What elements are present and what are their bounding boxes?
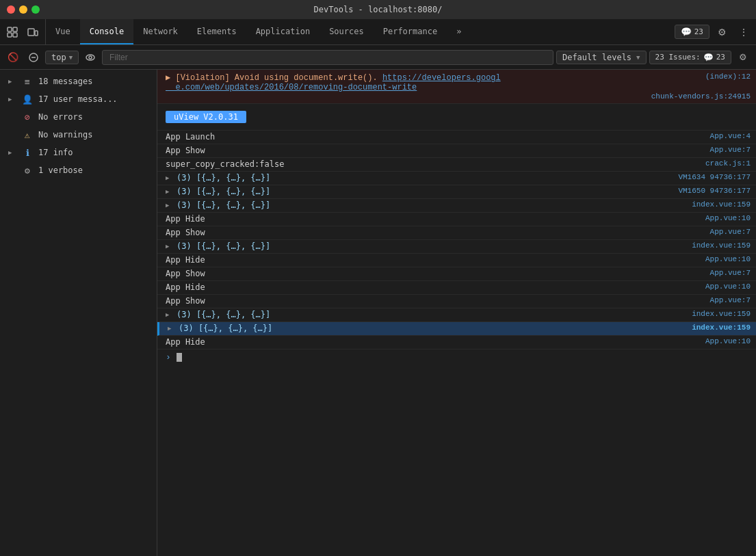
log-entry-violation: ▶ [Violation] Avoid using document.write… (157, 70, 756, 104)
prompt-arrow-icon: › (166, 352, 171, 362)
console-settings-button[interactable]: ⚙ (734, 49, 752, 66)
issue-badge[interactable]: 💬 23 (675, 25, 709, 39)
log-text: App Show (166, 269, 205, 278)
issues-count-badge[interactable]: 23 Issues: 💬 23 (649, 51, 731, 64)
sidebar-item-messages[interactable]: ▶ ≡ 18 messages (0, 72, 157, 90)
log-source[interactable]: index.vue:159 (692, 323, 751, 332)
log-source[interactable]: App.vue:10 (705, 214, 751, 222)
sidebar-item-verbose[interactable]: ⚙ 1 verbose (0, 161, 157, 179)
log-text: App Hide (166, 255, 205, 265)
sidebar-item-warnings-label: No warnings (38, 130, 150, 140)
tab-network[interactable]: Network (133, 19, 187, 44)
expand-arrow-placeholder (8, 114, 16, 120)
sidebar-item-user-label: 17 user messa... (38, 94, 150, 104)
expand-icon[interactable]: ▶ (166, 243, 172, 250)
default-levels-button[interactable]: Default levels ▼ (556, 51, 647, 64)
svg-rect-5 (35, 31, 38, 36)
log-source[interactable]: VM1634 94736:177 (678, 173, 751, 181)
expand-icon[interactable]: ▶ (166, 202, 172, 209)
expand-icon[interactable]: ▶ (166, 311, 172, 319)
prompt-cursor (177, 353, 182, 362)
context-selector[interactable]: top ▼ (45, 51, 79, 64)
settings-button[interactable]: ⚙ (712, 23, 731, 42)
log-entry: App Hide App.vue:10 (157, 254, 756, 267)
expand-icon[interactable]: ▶ (168, 325, 174, 332)
filter-input[interactable] (102, 50, 553, 65)
sidebar-item-info-label: 17 info (38, 148, 150, 157)
log-source[interactable]: crack.js:1 (705, 159, 751, 168)
log-entry: App Hide App.vue:10 (157, 213, 756, 226)
tab-console[interactable]: Console (80, 19, 134, 44)
log-entry: App Hide App.vue:10 (157, 336, 756, 349)
log-left: ▶ (3) [{…}, {…}, {…}] (166, 173, 673, 183)
chunk-vendors-source[interactable]: chunk-vendors.js:24915 (651, 92, 751, 101)
tab-sources[interactable]: Sources (320, 19, 374, 44)
log-source[interactable]: index.vue:159 (692, 241, 751, 250)
main-content: ▶ ≡ 18 messages ▶ 👤 17 user messa... ⊘ N… (0, 70, 756, 556)
log-source[interactable]: App.vue:10 (705, 282, 751, 291)
log-source[interactable]: App.vue:7 (710, 228, 751, 236)
sidebar-item-user-messages[interactable]: ▶ 👤 17 user messa... (0, 90, 157, 108)
expand-arrow-placeholder (8, 167, 16, 174)
log-left: App Show (166, 146, 705, 155)
close-button[interactable] (7, 5, 15, 14)
inspect-element-button[interactable] (3, 23, 22, 42)
clear-console-button[interactable]: 🚫 (4, 49, 22, 66)
eye-button[interactable] (81, 49, 99, 66)
log-left: App Show (166, 269, 705, 278)
log-source[interactable]: App.vue:7 (710, 296, 751, 304)
log-source[interactable]: App.vue:4 (710, 132, 751, 140)
tabbar-left-icons (3, 19, 46, 44)
log-source[interactable]: index.vue:159 (692, 310, 751, 318)
expand-arrow-icon: ▶ (8, 78, 16, 85)
log-entry: App Launch App.vue:4 (157, 131, 756, 144)
log-source[interactable]: App.vue:10 (705, 337, 751, 345)
minimize-button[interactable] (19, 5, 27, 14)
log-source[interactable]: VM1650 94736:177 (678, 187, 751, 195)
log-text: App Hide (166, 337, 205, 347)
tab-more[interactable]: » (447, 19, 471, 44)
log-entry: App Show App.vue:7 (157, 144, 756, 158)
log-left: App Launch (166, 132, 705, 142)
log-source[interactable]: App.vue:10 (705, 255, 751, 263)
sidebar-item-errors[interactable]: ⊘ No errors (0, 108, 157, 126)
expand-icon[interactable]: ▶ (166, 174, 172, 182)
violation-source[interactable]: (index):12 (705, 72, 751, 81)
tab-elements[interactable]: Elements (187, 19, 246, 44)
tab-application[interactable]: Application (246, 19, 320, 44)
filter-toggle-button[interactable] (25, 49, 42, 66)
log-source[interactable]: App.vue:7 (710, 269, 751, 277)
log-entry-array: ▶ (3) [{…}, {…}, {…}] index.vue:159 (157, 308, 756, 322)
log-left: ▶ (3) [{…}, {…}, {…}] (166, 241, 686, 251)
log-source[interactable]: App.vue:7 (710, 146, 751, 154)
sidebar-item-errors-label: No errors (38, 112, 150, 122)
log-text: (3) [{…}, {…}, {…}] (177, 200, 270, 210)
sidebar-item-warnings[interactable]: ⚠ No warnings (0, 126, 157, 144)
warning-icon: ⚠ (22, 129, 33, 140)
maximize-button[interactable] (31, 5, 40, 14)
message-count-icon: 💬 (703, 53, 714, 62)
more-options-button[interactable]: ⋮ (734, 23, 753, 42)
log-text: (3) [{…}, {…}, {…}] (177, 241, 270, 251)
window-controls (7, 5, 40, 14)
log-left: App Show (166, 296, 705, 306)
violation-header: ▶ [Violation] Avoid using document.write… (166, 72, 751, 92)
log-text: App Show (166, 296, 205, 306)
expand-icon[interactable]: ▶ (166, 188, 172, 196)
log-source[interactable]: index.vue:159 (692, 200, 751, 209)
tab-performance[interactable]: Performance (374, 19, 447, 44)
log-left: App Show (166, 228, 705, 237)
sidebar-item-messages-label: 18 messages (38, 77, 150, 86)
log-entry: super_copy_cracked:false crack.js:1 (157, 158, 756, 172)
console-output[interactable]: ▶ [Violation] Avoid using document.write… (157, 70, 756, 556)
responsive-button[interactable] (23, 23, 42, 42)
log-entry-array: ▶ (3) [{…}, {…}, {…}] index.vue:159 (157, 199, 756, 213)
tab-vue[interactable]: Vue (46, 19, 80, 44)
tabs: Vue Console Network Elements Application… (46, 19, 675, 44)
console-toolbar: 🚫 top ▼ Default levels ▼ 23 Issues: 💬 23… (0, 45, 756, 70)
info-icon: ℹ (22, 147, 33, 158)
log-left: super_copy_cracked:false (166, 159, 700, 169)
message-icon: 💬 (681, 27, 692, 37)
expand-arrow-icon: ▶ (8, 149, 16, 156)
sidebar-item-info[interactable]: ▶ ℹ 17 info (0, 144, 157, 161)
